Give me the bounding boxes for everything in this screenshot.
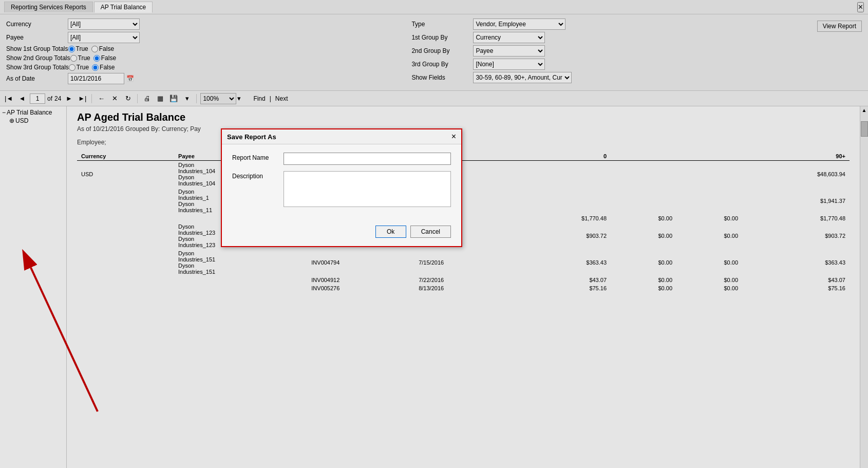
dialog-buttons: Ok Cancel <box>222 221 461 246</box>
report-name-label: Report Name <box>232 153 284 161</box>
save-report-dialog: Save Report As × Report Name Description… <box>221 128 462 247</box>
report-name-input[interactable] <box>284 153 451 165</box>
dialog-cancel-button[interactable]: Cancel <box>410 226 451 238</box>
dialog-ok-button[interactable]: Ok <box>375 226 406 238</box>
dialog-title: Save Report As <box>227 133 276 141</box>
report-name-row: Report Name <box>232 153 451 165</box>
description-row: Description <box>232 171 451 207</box>
dialog-close-button[interactable]: × <box>451 133 456 141</box>
dialog-body: Report Name Description <box>222 144 461 221</box>
description-input[interactable] <box>284 171 451 207</box>
dialog-title-bar: Save Report As × <box>222 129 461 144</box>
description-label: Description <box>232 171 284 180</box>
